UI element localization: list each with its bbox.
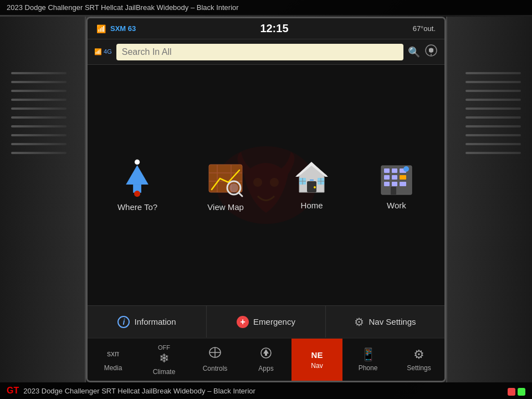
information-icon: i [117, 316, 130, 328]
nav-icon: NE [311, 350, 323, 360]
svg-point-4 [135, 160, 140, 165]
view-map-label: View Map [207, 202, 244, 212]
right-vent-panel [446, 17, 532, 382]
climate-sub-label: OFF [158, 344, 170, 351]
svg-rect-33 [400, 175, 406, 180]
svg-line-15 [239, 193, 242, 196]
radio-label: SXM 63 [110, 24, 136, 33]
taskbar-settings[interactable]: ⚙ Settings [393, 339, 444, 381]
status-left: 📶 SXM 63 [96, 24, 136, 33]
voice-button[interactable] [424, 44, 438, 60]
climate-icon: ❄ [159, 351, 169, 366]
cell-signal-indicator: 📶 4G [94, 48, 112, 55]
svg-rect-29 [392, 168, 397, 173]
watermark-text: 2023 Dodge Challenger SRT Hellcat JailBr… [23, 387, 255, 395]
phone-label: Phone [359, 364, 378, 372]
left-vent-panel [0, 17, 86, 382]
controls-icon [208, 347, 222, 362]
nav-item-view-map[interactable]: View Map [206, 159, 245, 212]
information-button[interactable]: i Information [88, 306, 207, 337]
where-to-label: Where To? [117, 202, 157, 212]
search-button[interactable]: 🔍 [408, 46, 420, 58]
signal-icon: 📶 [96, 24, 106, 33]
taskbar-climate[interactable]: OFF ❄ Climate [139, 339, 190, 381]
page-title-bar: 2023 Dodge Challenger SRT Hellcat JailBr… [0, 0, 532, 15]
emergency-label: Emergency [253, 317, 295, 326]
climate-label: Climate [153, 368, 176, 376]
controls-label: Controls [203, 365, 228, 372]
taskbar-phone[interactable]: 📱 Phone [342, 339, 393, 381]
gear-icon: ⚙ [354, 315, 364, 329]
nav-item-home[interactable]: Home [294, 160, 330, 210]
media-icon: sxm [107, 347, 119, 362]
emergency-button[interactable]: + Emergency [207, 306, 326, 337]
clock-display: 12:15 [260, 22, 288, 35]
svg-point-14 [229, 183, 238, 192]
svg-rect-36 [400, 182, 406, 186]
watermark-bar: GT 2023 Dodge Challenger SRT Hellcat Jai… [0, 382, 532, 399]
svg-marker-44 [263, 349, 269, 354]
temperature-display: 67°out. [413, 24, 436, 33]
bottom-buttons-row: i Information + Emergency ⚙ Nav Settings [88, 305, 444, 337]
taskbar-nav[interactable]: NE Nav [291, 339, 342, 381]
nav-item-where-to[interactable]: Where To? [117, 159, 157, 212]
status-bar: 📶 SXM 63 12:15 67°out. [88, 18, 444, 39]
nav-label: Nav [311, 362, 323, 370]
where-to-icon [121, 159, 154, 198]
svg-rect-37 [391, 187, 396, 195]
svg-rect-35 [392, 182, 397, 186]
page-title: 2023 Dodge Challenger SRT Hellcat JailBr… [7, 3, 239, 12]
svg-rect-45 [265, 354, 267, 356]
badge-dot-red [508, 388, 515, 396]
media-label: Media [104, 364, 122, 372]
nav-settings-button[interactable]: ⚙ Nav Settings [326, 306, 444, 337]
svg-marker-5 [126, 165, 149, 185]
svg-point-7 [134, 191, 140, 197]
svg-rect-31 [384, 175, 390, 180]
work-icon [378, 160, 415, 196]
work-label: Work [387, 201, 406, 210]
taskbar-controls[interactable]: Controls [190, 339, 241, 381]
svg-rect-28 [384, 168, 390, 173]
svg-point-38 [403, 166, 409, 172]
taskbar-media[interactable]: sxm Media [88, 339, 139, 381]
badge-dots [508, 388, 525, 396]
settings-icon: ⚙ [413, 347, 424, 362]
information-label: Information [134, 317, 176, 326]
search-row: 📶 4G 🔍 [88, 39, 444, 65]
svg-rect-34 [384, 182, 390, 186]
taskbar-apps[interactable]: Apps [241, 339, 291, 381]
emergency-icon: + [237, 316, 249, 328]
home-icon [294, 160, 330, 196]
svg-rect-26 [310, 180, 314, 181]
badge-dot-green [518, 388, 525, 396]
svg-point-2 [253, 178, 262, 187]
apps-icon [259, 347, 273, 362]
map-icon [206, 159, 245, 198]
svg-rect-32 [392, 175, 397, 180]
right-vent-decoration [466, 72, 521, 238]
svg-point-3 [270, 178, 279, 187]
settings-label: Settings [407, 364, 431, 372]
infotainment-screen: 📶 SXM 63 12:15 67°out. 📶 4G 🔍 [86, 17, 446, 382]
main-nav-area: Where To? View Map [88, 65, 444, 305]
gtcarlot-logo: GT [7, 386, 19, 396]
search-input[interactable] [116, 44, 403, 60]
home-label: Home [301, 201, 323, 210]
svg-point-19 [314, 186, 316, 188]
phone-icon: 📱 [361, 347, 376, 362]
apps-label: Apps [258, 365, 273, 372]
svg-text:sxm: sxm [107, 349, 119, 358]
nav-settings-label: Nav Settings [369, 317, 416, 326]
nav-item-work[interactable]: Work [378, 160, 415, 210]
vent-decoration [11, 72, 66, 238]
taskbar: sxm Media OFF ❄ Climate Controls [88, 337, 444, 381]
